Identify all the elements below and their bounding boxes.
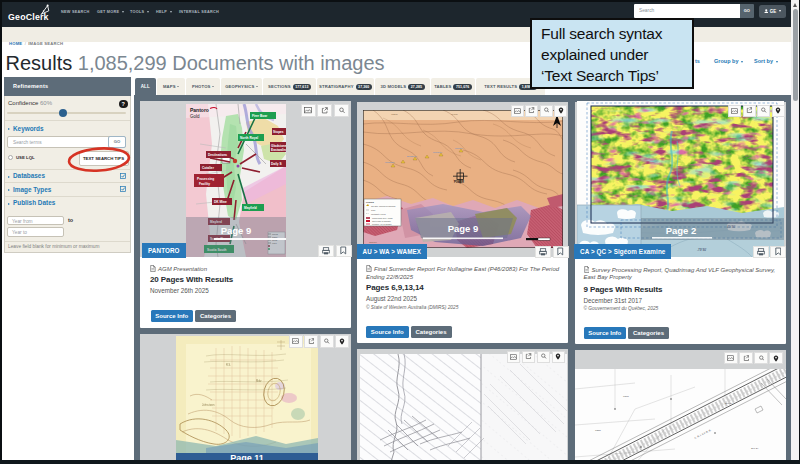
svg-text:Salt Flush Cyanidatic: Salt Flush Cyanidatic: [372, 220, 391, 222]
svg-text:-73°30': -73°30': [697, 248, 707, 252]
svg-text:Firer Boar: Firer Boar: [252, 114, 268, 118]
svg-text:R.S.: R.S.: [226, 363, 231, 367]
svg-text:404000: 404000: [451, 113, 459, 115]
svg-text:Bulgarene: Bulgarene: [407, 155, 418, 157]
svg-text:Page 2: Page 2: [665, 225, 696, 236]
svg-text:Sec 24: Sec 24: [751, 447, 759, 450]
svg-text:Sec 14: Sec 14: [725, 402, 733, 405]
svg-text:Multigate Lines: Multigate Lines: [371, 213, 387, 215]
svg-text:McPhee: McPhee: [455, 147, 464, 149]
svg-text:Cotalier: Cotalier: [202, 166, 215, 170]
svg-text:Destinations: Destinations: [208, 153, 227, 157]
svg-text:North Royal: North Royal: [240, 136, 258, 140]
svg-text:Mosquito: Mosquito: [433, 151, 443, 153]
svg-text:Daily S: Daily S: [271, 162, 282, 166]
svg-text:Picadilly Hill Cyanside: Picadilly Hill Cyanside: [372, 223, 392, 225]
svg-text:Mdw: Mdw: [256, 379, 262, 383]
svg-text:Johnstown: Johnstown: [202, 403, 215, 407]
svg-text:Page 9: Page 9: [448, 223, 479, 234]
svg-text:Pantoro: Pantoro: [190, 107, 209, 113]
svg-text:Stopes: Stopes: [273, 130, 284, 134]
svg-text:T36N: T36N: [623, 395, 629, 398]
svg-text:Page 9: Page 9: [221, 225, 252, 236]
svg-text:T35N: T35N: [595, 429, 601, 432]
svg-text:Wingdam: Wingdam: [385, 161, 394, 163]
svg-text:Eastwaling: Eastwaling: [271, 148, 286, 152]
svg-text:Facility: Facility: [199, 182, 210, 186]
svg-text:Mayfield: Mayfield: [244, 206, 257, 210]
svg-text:DK Mine: DK Mine: [214, 200, 227, 204]
svg-text:402000: 402000: [391, 113, 399, 115]
svg-text:Processing: Processing: [197, 177, 214, 181]
svg-text:On Site Mining Programs: On Site Mining Programs: [371, 205, 396, 207]
svg-text:Gold: Gold: [190, 114, 200, 119]
svg-text:Trail: Trail: [371, 209, 376, 211]
svg-text:Legend: Legend: [366, 201, 374, 203]
svg-text:7586000: 7586000: [369, 241, 378, 243]
svg-text:POWER: POWER: [454, 180, 464, 184]
